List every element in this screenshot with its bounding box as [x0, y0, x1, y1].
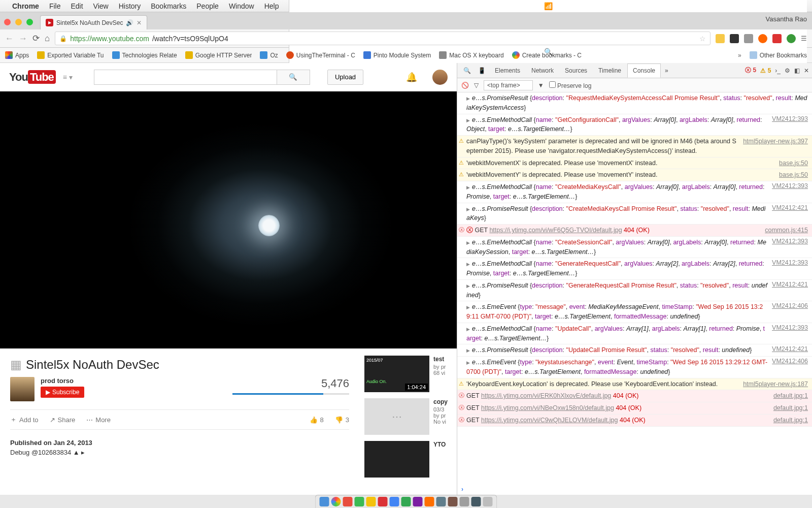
upload-button[interactable]: Upload [327, 70, 363, 85]
console-message[interactable]: e…s.EmeMethodCall {name: "CreateSessionC… [457, 237, 812, 259]
like-button[interactable]: 👍 8 [310, 416, 324, 424]
apps-button[interactable]: Apps [5, 51, 29, 59]
user-avatar[interactable] [432, 70, 448, 85]
reload-button[interactable]: ⟳ [32, 33, 40, 44]
video-player[interactable] [0, 91, 457, 348]
related-video[interactable]: YTO [364, 441, 457, 478]
cast-icon[interactable] [744, 34, 753, 43]
search-button[interactable]: 🔍 [277, 70, 310, 85]
close-window[interactable] [4, 19, 11, 25]
frame-dropdown-icon[interactable]: ▼ [538, 82, 544, 89]
guide-button[interactable]: ≡ ▾ [63, 73, 73, 81]
menu-app[interactable]: Chrome [12, 2, 39, 10]
inspect-icon[interactable]: 🔍 [460, 67, 474, 74]
console-message[interactable]: e…s.EmeMethodCall {name: "GetConfigurati… [457, 114, 812, 136]
menu-people[interactable]: People [196, 2, 219, 10]
bookmark-item[interactable]: UsingTheTerminal - C [286, 51, 355, 59]
dock-trash-icon[interactable] [483, 497, 493, 506]
menu-bookmarks[interactable]: Bookmarks [151, 2, 186, 10]
dock-app-icon[interactable] [436, 497, 446, 506]
dock-app-icon[interactable] [366, 497, 376, 506]
dock-icon[interactable]: ◧ [794, 67, 800, 74]
dock-app-icon[interactable] [425, 497, 434, 506]
dock-app-icon[interactable] [448, 497, 458, 506]
addto-button[interactable]: ＋ Add to [10, 415, 39, 424]
clear-console-icon[interactable]: 🚫 [461, 82, 469, 89]
bookmarks-overflow[interactable]: » [738, 52, 741, 59]
other-bookmarks[interactable]: Other Bookmarks [750, 51, 807, 59]
drawer-icon[interactable]: ›_ [775, 67, 781, 74]
wifi-icon[interactable]: 📶 [544, 2, 553, 10]
dock-app-icon[interactable] [401, 497, 411, 506]
close-devtools-icon[interactable]: ✕ [804, 67, 809, 74]
bookmark-item[interactable]: Technologies Relate [112, 51, 177, 59]
console-message[interactable]: e…s.EmeMethodCall {name: "GenerateReques… [457, 258, 812, 280]
bookmark-item[interactable]: Exported Variable Tu [37, 51, 104, 59]
preserve-log-checkbox[interactable]: Preserve log [549, 81, 592, 89]
menu-edit[interactable]: Edit [71, 2, 83, 10]
tab-elements[interactable]: Elements [490, 64, 525, 77]
console-message[interactable]: html5player-new.js:397canPlayType()'s 'k… [457, 136, 812, 157]
ext-icon[interactable] [758, 34, 767, 43]
ext-icon[interactable] [787, 34, 796, 43]
bookmark-item[interactable]: Create bookmarks - C [512, 51, 582, 59]
dislike-button[interactable]: 👎 3 [335, 416, 349, 424]
dock-app-icon[interactable] [343, 497, 353, 506]
console-message[interactable]: e…s.EmeEvent {type: "keystatuseschange",… [457, 357, 812, 378]
console-message[interactable]: e…s.EmeMethodCall {name: "UpdateCall", a… [457, 323, 812, 345]
console-message[interactable]: default.jpg:1GET https://i.ytimg.com/vi/… [457, 415, 812, 427]
share-button[interactable]: ↗ Share [50, 416, 76, 424]
console-message[interactable]: base.js:50'webkitMovementX' is deprecate… [457, 157, 812, 170]
minimize-window[interactable] [15, 19, 22, 25]
console-output[interactable]: e…s.PromiseResult {description: "Request… [457, 92, 812, 484]
console-message[interactable]: e…s.PromiseResult {description: "Request… [457, 92, 812, 114]
menu-view[interactable]: View [93, 2, 109, 10]
bookmark-star-icon[interactable]: ☆ [699, 35, 706, 43]
error-count[interactable]: ⓧ 5 [745, 66, 756, 75]
console-message[interactable]: e…s.PromiseResult {description: "Generat… [457, 280, 812, 302]
profile-name[interactable]: Vasantha Rao [766, 15, 807, 23]
menu-file[interactable]: File [49, 2, 61, 10]
browser-tab[interactable]: ▶ Sintel5x NoAuth DevSec 🔊 ✕ [40, 15, 147, 29]
tab-network[interactable]: Network [526, 64, 559, 77]
related-video[interactable]: 2015/07Audio On.1:04:24 testby pr68 vi [364, 356, 457, 392]
tab-audio-icon[interactable]: 🔊 [126, 19, 133, 26]
dock-app-icon[interactable] [378, 497, 388, 506]
dock-app-icon[interactable] [355, 497, 364, 506]
console-message[interactable]: e…s.PromiseResult {description: "CreateM… [457, 203, 812, 225]
omnibox[interactable]: 🔒 https://www.youtube.com/watch?v=tsO9Sq… [55, 31, 710, 45]
settings-icon[interactable]: ⚙ [785, 67, 790, 74]
ext-icon[interactable] [772, 34, 782, 43]
menu-history[interactable]: History [119, 2, 141, 10]
console-message[interactable]: default.jpg:1GET https://i.ytimg.com/vi/… [457, 402, 812, 415]
menu-help[interactable]: Help [264, 2, 279, 10]
console-prompt[interactable] [457, 484, 812, 495]
maximize-window[interactable] [26, 19, 33, 25]
debug-line[interactable]: Debug @102683834 ▲ ▸ [10, 449, 349, 456]
dock-app-icon[interactable] [331, 497, 341, 506]
dock-app-icon[interactable] [413, 497, 423, 506]
console-message[interactable]: html5player-new.js:187'KeyboardEvent.key… [457, 378, 812, 391]
youtube-logo[interactable]: YouTube [9, 71, 56, 84]
dock-app-icon[interactable] [471, 497, 481, 506]
filter-icon[interactable]: ▽ [474, 82, 479, 89]
menu-window[interactable]: Window [229, 2, 254, 10]
tab-close-icon[interactable]: ✕ [137, 19, 142, 26]
console-message[interactable]: common.js:415ⓧ GET https://i.ytimg.com/v… [457, 225, 812, 237]
tabs-overflow[interactable]: » [662, 67, 671, 74]
forward-button[interactable]: → [19, 34, 27, 44]
console-message[interactable]: e…s.EmeMethodCall {name: "CreateMediaKey… [457, 181, 812, 203]
console-message[interactable]: default.jpg:1GET https://i.ytimg.com/vi/… [457, 390, 812, 402]
back-button[interactable]: ← [5, 34, 14, 44]
ext-icon[interactable] [730, 34, 739, 43]
ext-icon[interactable] [716, 34, 725, 43]
warning-count[interactable]: ⚠ 5 [760, 67, 771, 74]
bookmark-item[interactable]: Mac OS X keyboard [439, 51, 503, 59]
bookmark-item[interactable]: Google HTTP Server [185, 51, 252, 59]
frame-selector[interactable]: <top frame> [484, 80, 533, 90]
dock-app-icon[interactable] [320, 497, 329, 506]
search-input[interactable] [94, 70, 277, 85]
mac-dock[interactable] [315, 495, 497, 508]
bookmark-item[interactable]: Pinto Module System [363, 51, 431, 59]
subscribe-button[interactable]: ▶ Subscribe [41, 387, 84, 398]
